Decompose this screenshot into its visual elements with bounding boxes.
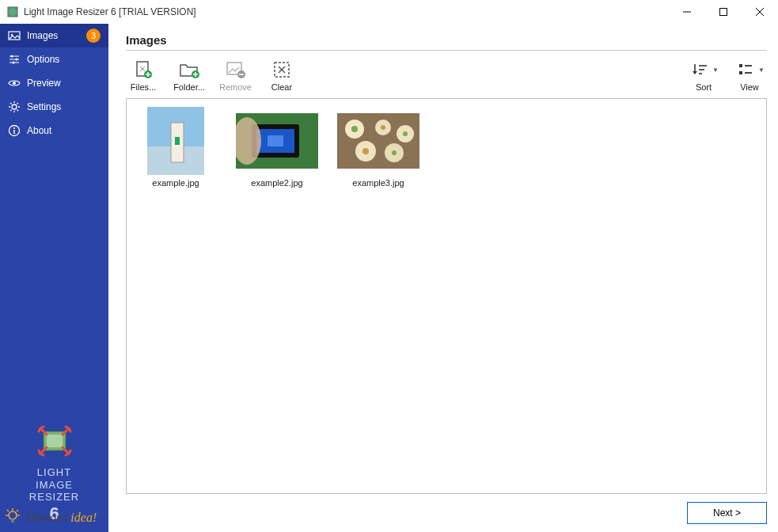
svg-rect-2	[720, 9, 727, 16]
sidebar-item-label: About	[27, 125, 101, 136]
sidebar-item-label: Options	[27, 54, 101, 65]
images-count-badge: 3	[86, 28, 101, 43]
sidebar-item-label: Settings	[27, 101, 101, 112]
svg-line-19	[10, 103, 12, 104]
svg-point-10	[11, 55, 13, 58]
sidebar-item-settings[interactable]: Settings	[0, 95, 108, 119]
footer: Next >	[126, 494, 767, 524]
image-grid[interactable]: example.jpg example2.jpg	[126, 98, 767, 494]
svg-point-67	[362, 148, 369, 154]
thumbnail-image	[337, 107, 419, 175]
svg-point-11	[16, 59, 18, 61]
logo-text-line3: RESIZER	[8, 491, 101, 504]
svg-point-64	[351, 126, 358, 132]
eye-icon	[8, 77, 21, 89]
tool-label: Folder...	[173, 82, 205, 92]
clear-icon	[271, 60, 293, 79]
svg-line-21	[10, 110, 12, 112]
svg-rect-56	[268, 135, 283, 146]
next-button[interactable]: Next >	[687, 502, 767, 524]
sidebar: Images 3 Options Preview Settings About	[0, 24, 108, 532]
titlebar: Light Image Resizer 6 [TRIAL VERSION]	[0, 0, 778, 24]
add-folder-button[interactable]: Folder...	[173, 60, 205, 92]
clear-button[interactable]: Clear	[266, 60, 298, 92]
svg-line-22	[17, 103, 19, 104]
view-button[interactable]: ▼ View	[734, 60, 765, 92]
minimize-button[interactable]	[669, 0, 705, 24]
logo-text-line2: IMAGE	[8, 479, 101, 492]
svg-rect-27	[47, 435, 63, 447]
svg-line-20	[17, 110, 19, 112]
bulb-icon	[3, 507, 22, 529]
sidebar-item-preview[interactable]: Preview	[0, 71, 108, 95]
sort-button[interactable]: ▼ Sort	[688, 60, 719, 92]
logo-text-line1: LIGHT	[8, 466, 101, 479]
window-title: Light Image Resizer 6 [TRIAL VERSION]	[24, 6, 196, 17]
brand-text-b: idea!	[70, 511, 97, 525]
toolbar: Files... Folder... Remove Clear ▼ Sort	[126, 57, 767, 98]
svg-rect-52	[175, 137, 180, 145]
svg-rect-45	[739, 64, 742, 67]
brand-text-a: Obvious	[25, 511, 67, 525]
thumbnail-item[interactable]: example2.jpg	[236, 107, 318, 188]
sliders-icon	[8, 53, 21, 66]
thumbnail-filename: example2.jpg	[251, 178, 302, 188]
svg-point-24	[13, 127, 15, 129]
images-icon	[8, 29, 21, 42]
thumbnail-image	[135, 107, 217, 175]
thumbnail-item[interactable]: example.jpg	[135, 107, 217, 188]
thumbnail-filename: example.jpg	[152, 178, 199, 188]
view-icon	[734, 60, 757, 79]
sidebar-item-about[interactable]: About	[0, 119, 108, 142]
svg-line-73	[7, 510, 9, 511]
brand-logo[interactable]: Obviousidea!	[3, 507, 97, 529]
app-icon	[6, 6, 19, 18]
tool-label: Sort	[696, 82, 712, 92]
add-files-button[interactable]: Files...	[127, 60, 159, 92]
info-icon	[8, 124, 21, 137]
svg-point-66	[403, 131, 408, 136]
sidebar-item-options[interactable]: Options	[0, 48, 108, 71]
svg-point-14	[12, 104, 17, 109]
svg-rect-75	[11, 519, 14, 522]
page-title: Images	[126, 33, 767, 47]
thumbnail-filename: example3.jpg	[352, 178, 404, 188]
thumbnail-item[interactable]: example3.jpg	[337, 107, 419, 188]
maximize-button[interactable]	[705, 0, 742, 24]
thumbnail-image	[236, 107, 318, 175]
tool-label: Files...	[131, 82, 156, 92]
file-add-icon	[132, 60, 154, 79]
remove-button: Remove	[219, 60, 252, 92]
close-button[interactable]	[742, 0, 778, 24]
folder-add-icon	[178, 60, 200, 79]
svg-point-68	[392, 150, 397, 155]
gear-icon	[8, 101, 21, 113]
sort-icon	[689, 60, 711, 79]
svg-point-13	[13, 82, 16, 85]
chevron-down-icon: ▼	[758, 66, 765, 74]
content-area: Images Files... Folder... Remove Clear	[108, 24, 778, 532]
sidebar-item-label: Images	[27, 30, 80, 41]
svg-point-69	[9, 511, 17, 519]
tool-label: View	[740, 82, 759, 92]
svg-point-12	[13, 62, 15, 64]
sidebar-item-label: Preview	[27, 78, 101, 89]
svg-rect-46	[739, 71, 742, 74]
tool-label: Clear	[271, 82, 292, 92]
tool-label: Remove	[219, 82, 252, 92]
image-remove-icon	[224, 60, 246, 79]
chevron-down-icon: ▼	[712, 66, 719, 74]
divider	[126, 50, 767, 51]
svg-point-65	[381, 125, 385, 130]
svg-line-74	[17, 510, 18, 511]
sidebar-item-images[interactable]: Images 3	[0, 24, 108, 48]
